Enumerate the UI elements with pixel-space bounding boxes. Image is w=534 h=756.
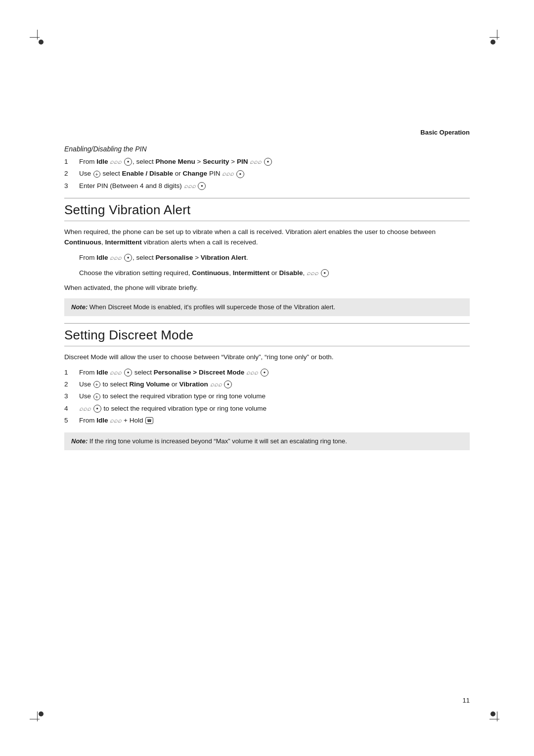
- nav-icon-2: [93, 381, 100, 388]
- list-item: 1 From Idle ⌕⌕⌕ select Personalise > Dis…: [64, 368, 470, 378]
- signal-icon-6: ⌕⌕⌕: [307, 269, 318, 277]
- ok-icon-5: [124, 254, 132, 262]
- main-content: Basic Operation Enabling/Disabling the P…: [64, 129, 470, 450]
- ok-icon-10: [93, 405, 101, 413]
- list-item: 4 ⌕⌕⌕ to select the required vibration t…: [64, 404, 470, 414]
- step-text: Use to select Ring Volume or Vibration ⌕…: [79, 379, 232, 389]
- vibration-heading: Setting Vibration Alert: [64, 202, 470, 221]
- vibration-instruction-1: From Idle ⌕⌕⌕ , select Personalise > Vib…: [79, 253, 470, 263]
- discreet-note-text: Note: If the ring tone volume is increas…: [71, 437, 347, 445]
- step-text: Enter PIN (Between 4 and 8 digits) ⌕⌕⌕: [79, 181, 206, 191]
- list-item: 2 Use to select Ring Volume or Vibration…: [64, 379, 470, 389]
- step-num: 3: [64, 181, 79, 191]
- signal-icon-9: ⌕⌕⌕: [210, 380, 222, 388]
- ok-icon-6: [321, 269, 329, 277]
- discreet-mode-section: Setting Discreet Mode Discreet Mode will…: [64, 323, 470, 450]
- page-number: 11: [463, 697, 470, 704]
- list-item: 3 Enter PIN (Between 4 and 8 digits) ⌕⌕⌕: [64, 181, 470, 191]
- step-num: 2: [64, 379, 79, 389]
- signal-icon-3: ⌕⌕⌕: [222, 170, 234, 177]
- section-divider-2: [64, 323, 470, 324]
- ok-icon: [124, 158, 132, 166]
- page: Basic Operation Enabling/Disabling the P…: [0, 0, 534, 756]
- enabling-pin-steps: 1 From Idle ⌕⌕⌕ , select Phone Menu > Se…: [64, 157, 470, 191]
- vibration-activated: When activated, the phone will vibrate b…: [64, 283, 470, 293]
- section-divider: [64, 198, 470, 198]
- vibration-alert-section: Setting Vibration Alert When required, t…: [64, 198, 470, 316]
- step-text: ⌕⌕⌕ to select the required vibration typ…: [79, 404, 267, 414]
- vibration-note-box: Note: When Discreet Mode is enabled, it'…: [64, 298, 470, 316]
- hold-icon: ☎: [145, 417, 153, 424]
- step-num: 5: [64, 416, 79, 425]
- vibration-note-text: Note: When Discreet Mode is enabled, it'…: [71, 303, 335, 311]
- discreet-heading: Setting Discreet Mode: [64, 328, 470, 346]
- corner-dot-tr: [490, 40, 495, 45]
- discreet-intro: Discreet Mode will allow the user to cho…: [64, 352, 470, 363]
- step-num: 2: [64, 169, 79, 179]
- nav-icon-3: [93, 393, 100, 400]
- signal-icon-11: ⌕⌕⌕: [110, 417, 122, 424]
- step-text: Use to select the required vibration typ…: [79, 391, 266, 401]
- vibration-intro: When required, the phone can be set up t…: [64, 227, 470, 248]
- step-num: 1: [64, 368, 79, 378]
- enabling-pin-section: Enabling/Disabling the PIN 1 From Idle ⌕…: [64, 145, 470, 191]
- signal-icon-8: ⌕⌕⌕: [246, 369, 258, 376]
- ok-icon-4: [198, 182, 206, 190]
- ok-icon-8: [261, 369, 268, 377]
- header-label: Basic Operation: [420, 129, 470, 136]
- discreet-steps: 1 From Idle ⌕⌕⌕ select Personalise > Dis…: [64, 368, 470, 425]
- vibration-instruction-2: Choose the vibration setting required, C…: [79, 268, 470, 279]
- step-text: Use select Enable / Disable or Change PI…: [79, 169, 245, 179]
- section-header: Basic Operation: [64, 129, 470, 136]
- corner-dot-bl: [39, 711, 44, 716]
- ok-icon-7: [124, 369, 132, 377]
- corner-dot-tl: [39, 40, 44, 45]
- signal-icon-10: ⌕⌕⌕: [79, 405, 91, 412]
- enabling-pin-title: Enabling/Disabling the PIN: [64, 145, 470, 153]
- signal-icon-7: ⌕⌕⌕: [110, 369, 122, 376]
- step-text: From Idle ⌕⌕⌕ , select Phone Menu > Secu…: [79, 157, 272, 167]
- list-item: 2 Use select Enable / Disable or Change …: [64, 169, 470, 179]
- nav-icon: [93, 171, 100, 178]
- ok-icon-2: [264, 158, 272, 166]
- list-item: 3 Use to select the required vibration t…: [64, 391, 470, 401]
- list-item: 1 From Idle ⌕⌕⌕ , select Phone Menu > Se…: [64, 157, 470, 167]
- ok-icon-9: [224, 380, 232, 388]
- corner-dot-br: [490, 711, 495, 716]
- step-text: From Idle ⌕⌕⌕ select Personalise > Discr…: [79, 368, 269, 378]
- vibration-instructions: From Idle ⌕⌕⌕ , select Personalise > Vib…: [79, 253, 470, 279]
- signal-icon-4: ⌕⌕⌕: [184, 182, 196, 189]
- discreet-note-box: Note: If the ring tone volume is increas…: [64, 432, 470, 450]
- signal-icon: ⌕⌕⌕: [110, 158, 122, 165]
- step-text: From Idle ⌕⌕⌕ + Hold ☎: [79, 416, 154, 425]
- list-item: 5 From Idle ⌕⌕⌕ + Hold ☎: [64, 416, 470, 425]
- signal-icon-5: ⌕⌕⌕: [110, 254, 122, 261]
- step-num: 1: [64, 157, 79, 167]
- ok-icon-3: [236, 170, 244, 178]
- step-num: 3: [64, 391, 79, 401]
- signal-icon-2: ⌕⌕⌕: [250, 158, 262, 165]
- step-num: 4: [64, 404, 79, 414]
